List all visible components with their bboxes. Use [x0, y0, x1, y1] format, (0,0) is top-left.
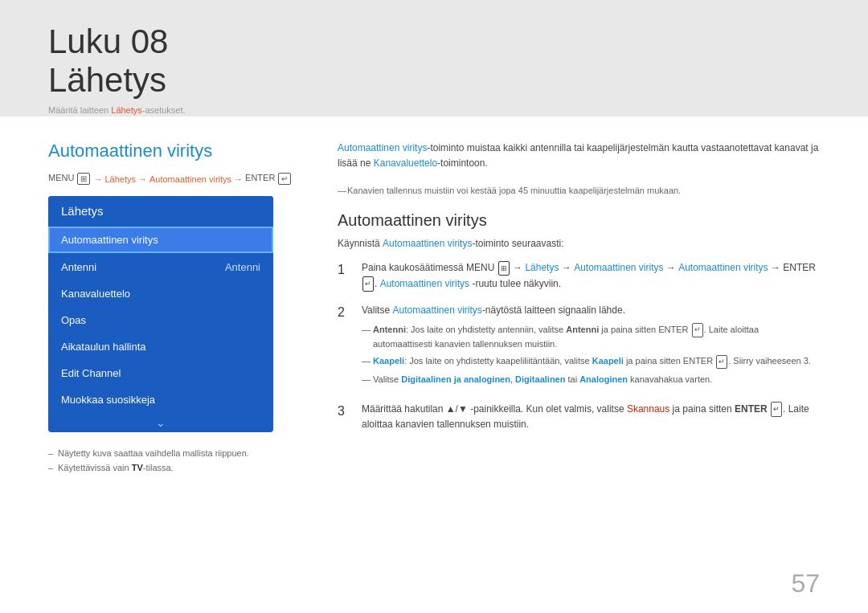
left-column: Automaattinen viritys MENU ⊞ → Lähetys →… — [48, 141, 305, 549]
intro-note: Kanavien tallennus muistiin voi kestää j… — [338, 186, 820, 195]
section-title-label: Lähetys — [48, 61, 166, 99]
sidebar-item-automaattinen[interactable]: Automaattinen viritys — [48, 227, 273, 253]
step-2-subnote-3: Valitse Digitaalinen ja analoginen, Digi… — [362, 373, 820, 386]
menu-path-enter: ENTER ↵ — [245, 173, 292, 185]
step-1: 1 Paina kaukosäätimessä MENU ⊞ → Lähetys… — [338, 260, 820, 291]
intro-text: Automaattinen viritys-toiminto muistaa k… — [338, 141, 820, 171]
subtitle-prefix: Määritä laitteen — [48, 105, 111, 115]
sidebar-item-kanavaluettelo[interactable]: Kanavaluettelo — [48, 280, 273, 307]
right-column: Automaattinen viritys-toiminto muistaa k… — [338, 141, 820, 549]
step-2-subnotes: Antenni: Jos laite on yhdistetty antenni… — [362, 323, 820, 386]
sidebar-menu: Lähetys Automaattinen viritys Antenni An… — [48, 196, 273, 432]
start-text: Käynnistä Automaattinen viritys-toiminto… — [338, 238, 820, 249]
step-2-subnote-2: Kaapeli: Jos laite on yhdistetty kaapeli… — [362, 354, 820, 369]
subtitle-link: Lähetys — [111, 105, 142, 115]
page-number: 57 — [791, 569, 820, 599]
notes-section: Näytetty kuva saattaa vaihdella mallista… — [48, 448, 305, 472]
menu-path-automaattinen: Automaattinen viritys — [149, 174, 231, 184]
header: Luku 08 Lähetys Määritä laitteen Lähetys… — [0, 0, 868, 116]
sidebar-chevron: ⌄ — [48, 413, 273, 432]
sidebar-item-muokkaa[interactable]: Muokkaa suosikkeja — [48, 386, 273, 413]
right-section-title: Automaattinen viritys — [338, 211, 820, 230]
note-item-1: Näytetty kuva saattaa vaihdella mallista… — [48, 448, 305, 458]
menu-path-menu: MENU ⊞ — [48, 173, 91, 185]
step-2-subnote-1: Antenni: Jos laite on yhdistetty antenni… — [362, 323, 820, 350]
step-2: 2 Valitse Automaattinen viritys-näytöstä… — [338, 303, 820, 390]
sidebar-item-antenni[interactable]: Antenni Antenni — [48, 254, 273, 280]
header-subtitle: Määritä laitteen Lähetys-asetukset. — [48, 105, 820, 115]
menu-path: MENU ⊞ → Lähetys → Automaattinen viritys… — [48, 173, 305, 185]
header-title: Luku 08 Lähetys — [48, 22, 820, 100]
sidebar-item-aikataulun[interactable]: Aikataulun hallinta — [48, 333, 273, 360]
menu-path-lahetys: Lähetys — [104, 174, 136, 184]
sidebar-item-opas[interactable]: Opas — [48, 307, 273, 333]
sidebar-header: Lähetys — [48, 196, 273, 226]
steps-list: 1 Paina kaukosäätimessä MENU ⊞ → Lähetys… — [338, 260, 820, 432]
subtitle-suffix: -asetukset. — [142, 105, 186, 115]
step-3: 3 Määrittää hakutilan ▲/▼ -painikkeilla.… — [338, 402, 820, 432]
note-item-2: Käytettävissä vain TV-tilassa. — [48, 463, 305, 472]
sidebar-item-edit-channel[interactable]: Edit Channel — [48, 360, 273, 386]
chapter-label: Luku 08 — [48, 22, 168, 60]
left-section-title: Automaattinen viritys — [48, 141, 305, 161]
main-content: Automaattinen viritys MENU ⊞ → Lähetys →… — [0, 116, 868, 565]
